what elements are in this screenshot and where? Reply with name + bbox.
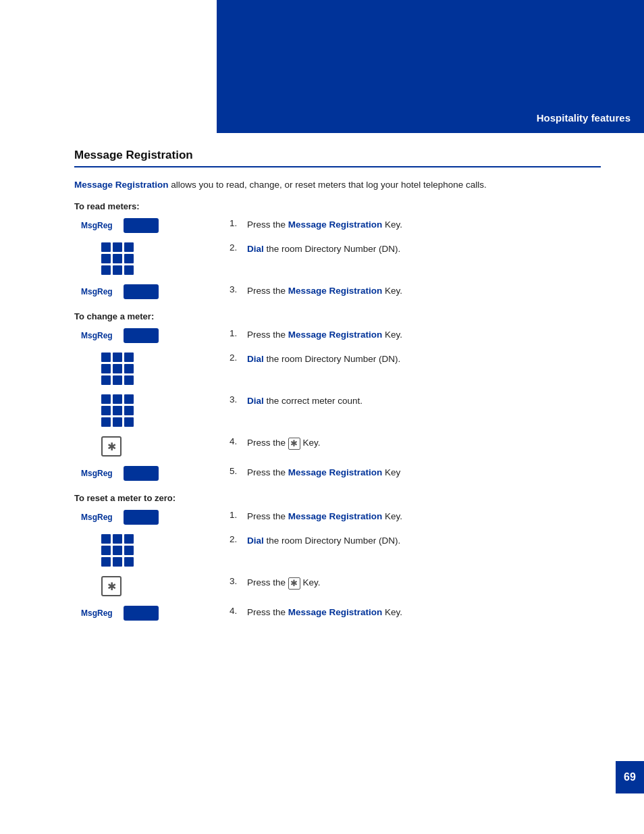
- read-step-2-icon: [74, 242, 230, 275]
- msgreg-label-r1: MsgReg: [81, 513, 113, 522]
- inline-star-icon-r3: ✱: [288, 577, 300, 590]
- change-step-2: 2. Dial the room Directory Number (DN).: [74, 353, 601, 385]
- reset-step-2-icon: [74, 534, 230, 567]
- page-number-tab: 69: [616, 761, 644, 793]
- reset-step-3: ✱ 3. Press the ✱ Key.: [74, 576, 601, 596]
- section-title: Message Registration: [74, 149, 193, 161]
- change-step-2-text: 2. Dial the room Directory Number (DN).: [230, 353, 601, 366]
- reset-step-3-text: 3. Press the ✱ Key.: [230, 576, 601, 590]
- msgreg-row-r4: MsgReg: [81, 606, 159, 621]
- page-number: 69: [624, 771, 636, 783]
- main-content: Message Registration Message Registratio…: [74, 149, 601, 633]
- blue-button: [124, 218, 159, 233]
- msgreg-row-c1: MsgReg: [81, 328, 159, 343]
- blue-button-c1: [124, 328, 159, 343]
- reset-step-4-text: 4. Press the Message Registration Key.: [230, 606, 601, 619]
- blue-button-r1: [124, 510, 159, 525]
- intro-paragraph: Message Registration allows you to read,…: [74, 178, 601, 192]
- reset-step-2: 2. Dial the room Directory Number (DN).: [74, 534, 601, 567]
- blue-button-3: [124, 284, 159, 299]
- header-block: Hospitality features: [217, 0, 644, 133]
- msgreg-label-r4: MsgReg: [81, 608, 113, 618]
- blue-button-r4: [124, 606, 159, 621]
- read-step-3-text: 3. Press the Message Registration Key.: [230, 284, 601, 298]
- reset-step-3-icon: ✱: [74, 576, 230, 596]
- subsection-change-meter: To change a meter: MsgReg 1. Press the M…: [74, 311, 601, 481]
- change-step-2-icon: [74, 353, 230, 385]
- keypad-icon-r2: [101, 534, 134, 567]
- star-key-icon: ✱: [101, 436, 122, 457]
- subheading-change: To change a meter:: [74, 311, 601, 321]
- msgreg-label-c1: MsgReg: [81, 331, 113, 340]
- msgreg-row-r1: MsgReg: [81, 510, 159, 525]
- msgreg-label-3: MsgReg: [81, 287, 113, 296]
- reset-step-1-icon: MsgReg: [74, 510, 230, 525]
- read-step-3-icon: MsgReg: [74, 284, 230, 299]
- header-title: Hospitality features: [537, 112, 630, 124]
- blue-button-c5: [124, 466, 159, 481]
- keypad-icon: [101, 242, 134, 275]
- change-step-4-icon: ✱: [74, 436, 230, 457]
- inline-star-icon: ✱: [288, 438, 300, 450]
- change-step-5: MsgReg 5. Press the Message Registration…: [74, 466, 601, 481]
- intro-bold: Message Registration: [74, 180, 169, 190]
- subheading-reset: To reset a meter to zero:: [74, 493, 601, 503]
- change-step-3: 3. Dial the correct meter count.: [74, 394, 601, 427]
- section-title-wrapper: Message Registration: [74, 149, 601, 167]
- msgreg-row-c5: MsgReg: [81, 466, 159, 481]
- intro-rest: allows you to read, change, or reset met…: [169, 180, 487, 190]
- change-step-3-icon: [74, 394, 230, 427]
- change-step-1-icon: MsgReg: [74, 328, 230, 343]
- read-step-1-icon: MsgReg: [74, 218, 230, 233]
- reset-step-1-text: 1. Press the Message Registration Key.: [230, 510, 601, 523]
- change-step-5-text: 5. Press the Message Registration Key: [230, 466, 601, 479]
- change-step-1: MsgReg 1. Press the Message Registration…: [74, 328, 601, 343]
- keypad-icon-c2: [101, 353, 134, 385]
- msgreg-row: MsgReg: [81, 218, 159, 233]
- change-step-5-icon: MsgReg: [74, 466, 230, 481]
- reset-step-4: MsgReg 4. Press the Message Registration…: [74, 606, 601, 621]
- read-step-2-text: 2. Dial the room Directory Number (DN).: [230, 242, 601, 256]
- star-key-icon-r3: ✱: [101, 576, 122, 596]
- reset-step-2-text: 2. Dial the room Directory Number (DN).: [230, 534, 601, 548]
- msgreg-label-c5: MsgReg: [81, 469, 113, 478]
- read-step-1-text: 1. Press the Message Registration Key.: [230, 218, 601, 232]
- change-step-4-text: 4. Press the ✱ Key.: [230, 436, 601, 450]
- subsection-reset-meter: To reset a meter to zero: MsgReg 1. Pres…: [74, 493, 601, 621]
- change-step-1-text: 1. Press the Message Registration Key.: [230, 328, 601, 342]
- msgreg-row-3: MsgReg: [81, 284, 159, 299]
- subheading-read: To read meters:: [74, 201, 601, 211]
- subsection-read-meters: To read meters: MsgReg 1. Press the Mess…: [74, 201, 601, 299]
- read-step-3: MsgReg 3. Press the Message Registration…: [74, 284, 601, 299]
- msgreg-label: MsgReg: [81, 221, 113, 230]
- read-step-1: MsgReg 1. Press the Message Registration…: [74, 218, 601, 233]
- reset-step-1: MsgReg 1. Press the Message Registration…: [74, 510, 601, 525]
- keypad-icon-c3: [101, 394, 134, 427]
- change-step-4: ✱ 4. Press the ✱ Key.: [74, 436, 601, 457]
- reset-step-4-icon: MsgReg: [74, 606, 230, 621]
- change-step-3-text: 3. Dial the correct meter count.: [230, 394, 601, 408]
- read-step-2: 2. Dial the room Directory Number (DN).: [74, 242, 601, 275]
